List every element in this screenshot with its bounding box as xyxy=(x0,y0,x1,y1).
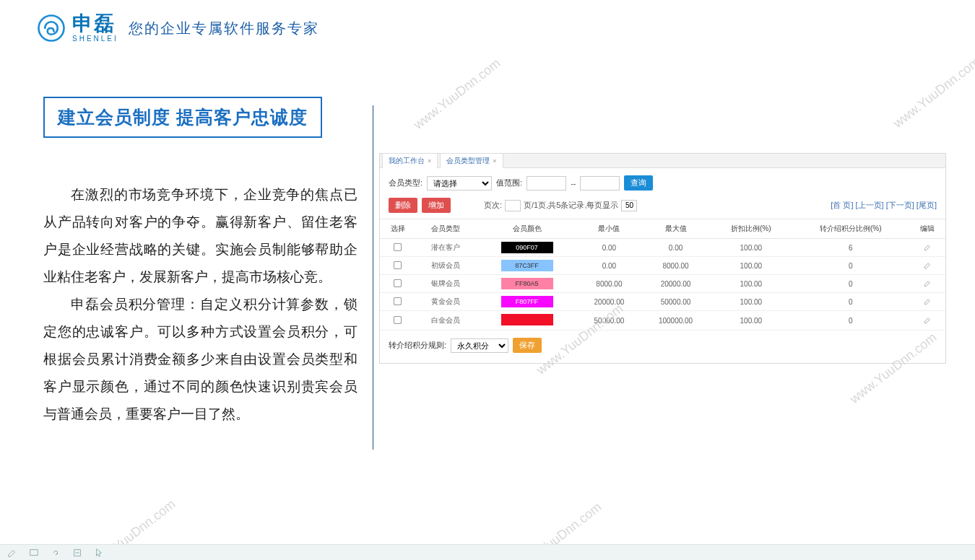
paragraph: 申磊会员积分管理：自定义积分计算参数，锁定您的忠诚客户。可以多种方式设置会员积分… xyxy=(43,291,358,428)
cell-max: 0.00 xyxy=(641,239,711,257)
tab-workbench[interactable]: 我的工作台 × xyxy=(382,153,438,168)
table-header: 折扣比例(%) xyxy=(711,219,792,239)
cell-member-type: 潜在客户 xyxy=(415,239,476,257)
cell-member-type: 白金会员 xyxy=(415,311,476,331)
filter-bar: 会员类型: 请选择 值范围: -- 查询 xyxy=(380,168,945,198)
range-sep: -- xyxy=(571,179,576,188)
table-row: 银牌会员FF80A58000.0020000.00100.000 xyxy=(380,275,945,293)
edit-icon[interactable] xyxy=(924,281,932,289)
per-page-input[interactable] xyxy=(621,200,637,211)
tab-bar: 我的工作台 × 会员类型管理 × xyxy=(380,154,945,168)
action-bar: 删除 增加 页次: 页/1页,共5条记录,每页显示 [首 页] [上一页] [下… xyxy=(380,198,945,219)
cell-ratio: 0 xyxy=(792,257,910,275)
cell-ratio: 0 xyxy=(792,293,910,311)
article-left: 建立会员制度 提高客户忠诚度 在激烈的市场竞争环境下，企业竞争的焦点已从产品转向… xyxy=(43,97,358,428)
table-header: 转介绍积分比例(%) xyxy=(792,219,910,239)
range-max-input[interactable] xyxy=(580,176,620,191)
save-bar: 转介绍积分规则: 永久积分 保存 xyxy=(380,331,945,363)
table-header: 会员类型 xyxy=(415,219,476,239)
cell-min: 0.00 xyxy=(578,257,641,275)
footer-toolbar xyxy=(0,544,975,560)
cell-discount: 100.00 xyxy=(711,275,792,293)
cell-discount: 100.00 xyxy=(711,239,792,257)
paragraph: 在激烈的市场竞争环境下，企业竞争的焦点已从产品转向对客户的争夺。赢得新客户、留住… xyxy=(43,181,358,291)
row-checkbox[interactable] xyxy=(394,279,402,286)
app-panel: 我的工作台 × 会员类型管理 × 会员类型: 请选择 值范围: -- 查询 xyxy=(379,153,946,364)
tab-label: 会员类型管理 xyxy=(446,156,490,166)
color-swatch: 090F07 xyxy=(501,242,553,253)
member-type-select[interactable]: 请选择 xyxy=(427,176,492,191)
cell-ratio: 0 xyxy=(792,311,910,331)
row-checkbox[interactable] xyxy=(394,297,402,305)
edit-icon[interactable] xyxy=(924,263,932,271)
cell-max: 100000.00 xyxy=(641,311,711,331)
delete-button[interactable]: 删除 xyxy=(389,198,417,213)
color-swatch: F807FF xyxy=(501,296,553,307)
cell-ratio: 6 xyxy=(792,239,910,257)
row-checkbox[interactable] xyxy=(394,242,402,250)
edit-icon[interactable] xyxy=(924,299,932,307)
page-number-input[interactable] xyxy=(505,200,521,211)
tab-member-type[interactable]: 会员类型管理 × xyxy=(440,153,503,168)
add-button[interactable]: 增加 xyxy=(422,198,451,213)
table-row: 初级会员87C3FF0.008000.00100.000 xyxy=(380,257,945,275)
link-icon[interactable] xyxy=(51,548,61,558)
close-icon[interactable]: × xyxy=(428,157,431,165)
rule-label: 转介绍积分规则: xyxy=(389,340,446,351)
cell-min: 20000.00 xyxy=(578,293,641,311)
table-header: 选择 xyxy=(380,219,415,239)
cell-member-type: 黄金会员 xyxy=(415,293,476,311)
logo-icon xyxy=(36,13,66,43)
cell-discount: 100.00 xyxy=(711,257,792,275)
table-row: 黄金会员F807FF20000.0050000.00100.000 xyxy=(380,293,945,311)
cell-max: 20000.00 xyxy=(641,275,711,293)
cell-min: 50000.00 xyxy=(578,311,641,331)
brand-name-en: SHENLEI xyxy=(72,35,118,43)
member-type-table: 选择会员类型会员颜色最小值最大值折扣比例(%)转介绍积分比例(%)编辑 潜在客户… xyxy=(380,219,945,331)
tab-label: 我的工作台 xyxy=(389,156,425,166)
cell-min: 8000.00 xyxy=(578,275,641,293)
table-header: 最大值 xyxy=(641,219,711,239)
row-checkbox[interactable] xyxy=(394,315,402,323)
table-row: 潜在客户090F070.000.00100.006 xyxy=(380,239,945,257)
cell-member-type: 银牌会员 xyxy=(415,275,476,293)
brand-logo: 申磊 SHENLEI xyxy=(36,13,118,43)
cell-max: 50000.00 xyxy=(641,293,711,311)
cell-member-type: 初级会员 xyxy=(415,257,476,275)
color-swatch xyxy=(501,314,553,325)
edit-icon[interactable] xyxy=(924,318,932,325)
cursor-icon[interactable] xyxy=(94,548,104,558)
headline: 建立会员制度 提高客户忠诚度 xyxy=(43,97,322,138)
query-button[interactable]: 查询 xyxy=(624,175,653,191)
pencil-icon[interactable] xyxy=(7,548,17,558)
pager-links[interactable]: [首 页] [上一页] [下一页] [尾页] xyxy=(831,200,937,211)
cell-ratio: 0 xyxy=(792,275,910,293)
cell-discount: 100.00 xyxy=(711,293,792,311)
article-body: 在激烈的市场竞争环境下，企业竞争的焦点已从产品转向对客户的争夺。赢得新客户、留住… xyxy=(43,181,358,428)
cell-max: 8000.00 xyxy=(641,257,711,275)
row-checkbox[interactable] xyxy=(394,261,402,268)
rule-select[interactable]: 永久积分 xyxy=(451,338,508,353)
table-header: 最小值 xyxy=(578,219,641,239)
close-icon[interactable]: × xyxy=(493,157,496,165)
screen-icon[interactable] xyxy=(29,548,39,558)
table-header: 编辑 xyxy=(910,219,945,239)
cell-discount: 100.00 xyxy=(711,311,792,331)
color-swatch: FF80A5 xyxy=(501,278,553,289)
annotate-icon[interactable] xyxy=(72,548,82,558)
color-swatch: 87C3FF xyxy=(501,260,553,271)
brand-name-cn: 申磊 xyxy=(72,14,118,34)
cell-min: 0.00 xyxy=(578,239,641,257)
page-header: 申磊 SHENLEI 您的企业专属软件服务专家 xyxy=(0,0,975,53)
table-header: 会员颜色 xyxy=(476,219,577,239)
svg-rect-1 xyxy=(30,549,38,555)
edit-icon[interactable] xyxy=(924,245,932,253)
table-row: 白金会员50000.00100000.00100.000 xyxy=(380,311,945,331)
brand-tagline: 您的企业专属软件服务专家 xyxy=(129,19,319,38)
member-type-label: 会员类型: xyxy=(389,178,422,188)
range-min-input[interactable] xyxy=(526,176,566,191)
save-button[interactable]: 保存 xyxy=(513,338,542,353)
pager-info: 页次: 页/1页,共5条记录,每页显示 xyxy=(484,200,637,211)
range-label: 值范围: xyxy=(496,178,522,188)
